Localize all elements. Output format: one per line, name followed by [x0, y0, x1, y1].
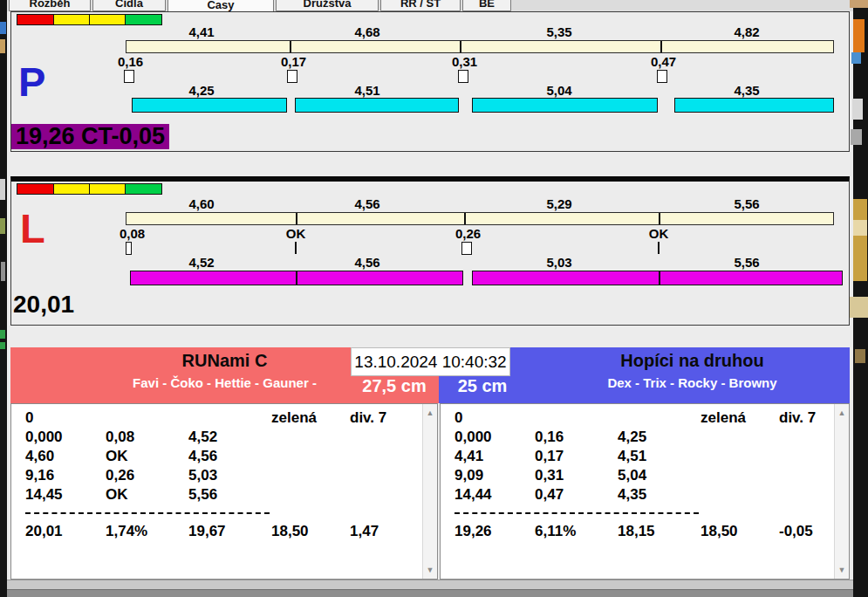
result-header-cell: zelená — [701, 409, 746, 427]
split-value: 5,56 — [734, 197, 759, 210]
result-total-cell: 1,74% — [106, 523, 147, 540]
changeover-value: 0,47 — [651, 55, 676, 68]
split-value: 4,60 — [188, 197, 214, 210]
result-total-cell: 18,50 — [701, 523, 738, 540]
desktop-speck — [853, 19, 865, 52]
scroll-up-icon[interactable]: ▲ — [835, 406, 849, 420]
leg-value: 4,51 — [354, 84, 379, 97]
app-window: RozběhČidlaČasyDružstvaRR / STBE P4,414,… — [7, 0, 853, 597]
changeover-value: OK — [649, 227, 669, 240]
split-bar-divider — [460, 41, 461, 52]
result-cell: 5,03 — [188, 467, 217, 484]
result-header-cell: div. 7 — [779, 409, 816, 427]
scroll-up-icon[interactable]: ▲ — [423, 406, 437, 420]
lane-panel-left: L4,604,565,295,560,08OK0,26OK4,524,565,0… — [10, 176, 850, 326]
split-bar-divider — [660, 41, 662, 52]
result-total-cell: 19,67 — [188, 523, 226, 540]
jump-height-right: 25 cm — [448, 376, 517, 396]
desktop-speck — [853, 199, 867, 281]
split-value: 4,56 — [354, 197, 379, 210]
desktop-speck — [855, 349, 865, 363]
status-strip — [17, 183, 162, 195]
lane-letter: P — [18, 61, 45, 102]
result-total-cell: 1,47 — [350, 523, 379, 540]
scroll-down-icon[interactable]: ▼ — [423, 563, 437, 577]
lane-panel-right: P4,414,685,354,820,160,170,310,474,254,5… — [10, 11, 850, 152]
result-cell: OK — [106, 448, 128, 465]
status-strip-red — [17, 15, 54, 24]
tab-3[interactable]: Časy — [167, 0, 274, 11]
result-cell: 14,45 — [25, 486, 63, 504]
status-strip-yellow2 — [90, 184, 126, 194]
status-strip — [17, 14, 162, 25]
leg-value: 4,25 — [188, 84, 214, 97]
result-cell: 0,47 — [535, 486, 564, 504]
result-header-cell: 0 — [25, 409, 33, 427]
desktop-speck — [851, 52, 861, 64]
result-separator — [455, 512, 699, 514]
tab-2[interactable]: Čidla — [92, 0, 166, 11]
result-cell: 4,60 — [25, 448, 54, 465]
result-list-right[interactable]: 0zelenádiv. 70,0000,164,254,410,174,519,… — [440, 403, 850, 580]
result-separator — [25, 512, 270, 514]
scroll-down-icon[interactable]: ▼ — [835, 563, 849, 577]
changeover-value: 0,16 — [118, 55, 143, 68]
leg-bar-divider — [296, 271, 297, 285]
tab-1[interactable]: Rozběh — [9, 0, 91, 11]
leg-value: 4,56 — [354, 256, 379, 269]
result-cell: 14,44 — [455, 486, 492, 504]
result-cell: 0,31 — [535, 467, 564, 484]
leg-bar — [132, 98, 287, 113]
changeover-value: 0,08 — [120, 227, 145, 240]
changeover-box — [126, 242, 132, 255]
result-cell: 4,35 — [618, 486, 646, 504]
desktop-speck — [0, 218, 5, 234]
tab-4[interactable]: Družstva — [276, 0, 379, 11]
status-strip-green — [126, 184, 161, 194]
changeover-value: 0,17 — [281, 55, 306, 68]
changeover-box — [287, 70, 297, 83]
split-value: 4,82 — [734, 25, 759, 38]
lane-total: 19,26 CT-0,05 — [11, 124, 169, 149]
split-bar-divider — [659, 213, 660, 224]
result-cell: 4,41 — [455, 448, 483, 465]
desktop-speck — [0, 22, 6, 34]
tab-5[interactable]: RR / ST — [380, 0, 461, 11]
desktop-speck — [0, 330, 5, 339]
leg-value: 4,52 — [188, 256, 214, 269]
status-bar — [7, 580, 853, 589]
result-cell: 0,16 — [535, 429, 564, 446]
tab-6[interactable]: BE — [462, 0, 511, 11]
timestamp: 13.10.2024 10:40:32 — [351, 347, 510, 376]
lane-letter: L — [20, 208, 45, 249]
scrollbar[interactable]: ▲▼ — [422, 404, 437, 579]
status-strip-yellow2 — [90, 15, 126, 24]
desktop-speck — [0, 179, 5, 200]
split-value: 4,41 — [188, 25, 214, 38]
scrollbar[interactable]: ▲▼ — [834, 404, 849, 579]
result-cell: 0,000 — [455, 429, 492, 446]
result-cell: 0,000 — [25, 429, 63, 446]
leg-bar-divider — [659, 271, 660, 285]
result-list-left[interactable]: 0zelenádiv. 70,0000,084,524,60OK4,569,16… — [10, 403, 438, 580]
result-cell: 9,09 — [455, 467, 483, 484]
status-strip-green — [126, 15, 161, 24]
desktop-speck — [851, 129, 862, 145]
result-total-cell: 18,50 — [271, 523, 309, 540]
result-total-cell: -0,05 — [779, 523, 813, 540]
leg-bar — [130, 271, 463, 285]
result-cell: 4,52 — [188, 429, 217, 446]
changeover-value: 0,26 — [455, 227, 481, 240]
status-strip-yellow — [54, 184, 90, 194]
result-total-cell: 19,26 — [455, 523, 492, 540]
desktop-speck — [1, 262, 5, 281]
desktop-speck — [850, 297, 868, 318]
changeover-box — [124, 70, 134, 83]
result-total-cell: 20,01 — [25, 523, 63, 540]
result-cell: 0,17 — [535, 448, 564, 465]
desktop-speck — [0, 39, 5, 53]
lane-total: 20,01 — [13, 292, 74, 318]
split-value: 5,29 — [546, 197, 571, 210]
leg-bar — [472, 98, 658, 113]
desktop-speck — [850, 0, 868, 8]
